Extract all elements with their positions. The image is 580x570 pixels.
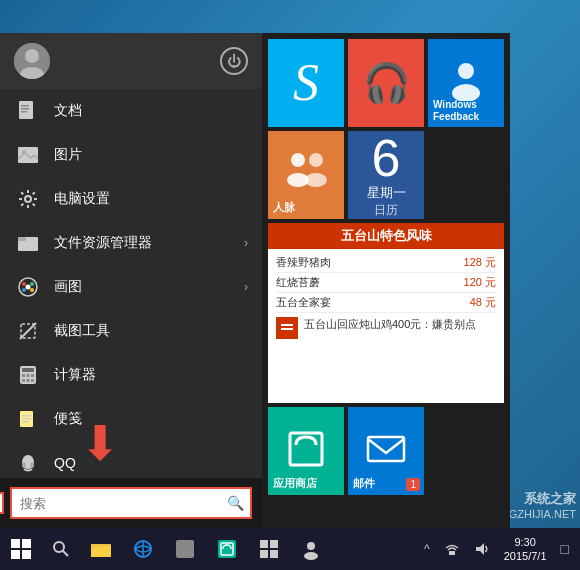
tray-chevron[interactable]: ^ bbox=[419, 540, 435, 558]
menu-items-list: 文档 图片 bbox=[0, 89, 262, 478]
snip-label: 截图工具 bbox=[54, 322, 110, 340]
search-area: ⬇ + 🔍 bbox=[0, 478, 262, 528]
news-row-0: 香辣野猪肉 128 元 bbox=[276, 253, 496, 273]
mail-badge: 1 bbox=[406, 478, 420, 491]
tile-feedback[interactable]: Windows Feedback bbox=[428, 39, 504, 127]
taskbar: ^ 9:30 2015 bbox=[0, 528, 580, 570]
store-icon bbox=[282, 425, 330, 477]
svg-rect-49 bbox=[22, 550, 31, 559]
clock-date: 2015/7/1 bbox=[504, 549, 547, 563]
add-search-icon: + bbox=[0, 492, 4, 514]
qq-icon bbox=[14, 449, 42, 477]
svg-point-16 bbox=[30, 288, 34, 292]
svg-rect-27 bbox=[31, 379, 34, 382]
svg-rect-25 bbox=[22, 379, 25, 382]
tiles-grid: S 🎧 Windows Feedback bbox=[268, 39, 504, 495]
tray-network[interactable] bbox=[439, 539, 465, 559]
calc-icon bbox=[14, 361, 42, 389]
sidebar-item-calc[interactable]: 计算器 bbox=[0, 353, 262, 397]
news-header: 五台山特色风味 bbox=[268, 223, 504, 249]
tray-volume[interactable] bbox=[469, 539, 495, 559]
tile-news[interactable]: 五台山特色风味 香辣野猪肉 128 元 红烧苔蘑 120 元 五台全家宴 48 bbox=[268, 223, 504, 403]
search-box-wrapper: + 🔍 bbox=[10, 487, 252, 519]
taskbar-person-icon bbox=[300, 538, 322, 560]
svg-point-39 bbox=[309, 153, 323, 167]
clock-time: 9:30 bbox=[504, 535, 547, 549]
explorer-arrow: › bbox=[244, 236, 248, 250]
news-item-0-name: 香辣野猪肉 bbox=[276, 255, 331, 270]
tile-music[interactable]: 🎧 bbox=[348, 39, 424, 127]
taskbar-item-unknown[interactable] bbox=[164, 528, 206, 570]
taskbar-item-grid[interactable] bbox=[248, 528, 290, 570]
taskbar-item-store[interactable] bbox=[206, 528, 248, 570]
taskbar-item-person[interactable] bbox=[290, 528, 332, 570]
sidebar-item-snip[interactable]: 截图工具 bbox=[0, 309, 262, 353]
start-menu-left: ⏻ 文档 bbox=[0, 33, 262, 528]
svg-point-15 bbox=[22, 288, 26, 292]
tile-rili[interactable]: 6 星期一 日历 bbox=[348, 131, 424, 219]
news-row-2: 五台全家宴 48 元 bbox=[276, 293, 496, 313]
down-arrow-indicator: ⬇ bbox=[80, 420, 120, 468]
taskbar-item-explorer[interactable] bbox=[80, 528, 122, 570]
tray-clock[interactable]: 9:30 2015/7/1 bbox=[499, 533, 552, 566]
svg-rect-54 bbox=[91, 544, 98, 548]
svg-rect-66 bbox=[449, 551, 455, 555]
svg-point-13 bbox=[22, 282, 26, 286]
explorer-icon bbox=[14, 229, 42, 257]
system-tray: ^ 9:30 2015 bbox=[419, 533, 580, 566]
tray-icons: ^ 9:30 2015 bbox=[419, 533, 574, 566]
search-input[interactable] bbox=[12, 489, 220, 517]
documents-icon bbox=[14, 97, 42, 125]
paint-label: 画图 bbox=[54, 278, 82, 296]
news-headline-text: 五台山回应炖山鸡400元：嫌贵别点 bbox=[304, 317, 476, 332]
svg-rect-57 bbox=[176, 540, 194, 558]
sidebar-item-settings[interactable]: 电脑设置 bbox=[0, 177, 262, 221]
svg-marker-67 bbox=[476, 543, 484, 555]
sidebar-item-qq[interactable]: QQ bbox=[0, 441, 262, 478]
sidebar-item-notepad[interactable]: 便笺 bbox=[0, 397, 262, 441]
documents-label: 文档 bbox=[54, 102, 82, 120]
start-menu: ⏻ 文档 bbox=[0, 33, 510, 528]
explorer-label: 文件资源管理器 bbox=[54, 234, 152, 252]
tile-mail[interactable]: 邮件 1 bbox=[348, 407, 424, 495]
sidebar-item-pictures[interactable]: 图片 bbox=[0, 133, 262, 177]
tile-store[interactable]: 应用商店 bbox=[268, 407, 344, 495]
svg-line-19 bbox=[20, 323, 36, 339]
svg-point-9 bbox=[25, 196, 31, 202]
tray-time: 9:30 2015/7/1 bbox=[504, 535, 547, 564]
svg-rect-42 bbox=[281, 324, 293, 326]
pictures-label: 图片 bbox=[54, 146, 82, 164]
svg-point-50 bbox=[54, 542, 64, 552]
snip-icon bbox=[14, 317, 42, 345]
renmai-label: 人脉 bbox=[273, 200, 295, 215]
sidebar-item-paint[interactable]: 画图 › bbox=[0, 265, 262, 309]
tray-notification[interactable]: □ bbox=[556, 539, 574, 559]
settings-label: 电脑设置 bbox=[54, 190, 110, 208]
skype-icon: S bbox=[293, 57, 319, 109]
svg-rect-43 bbox=[281, 328, 293, 330]
taskbar-item-ie[interactable] bbox=[122, 528, 164, 570]
power-button[interactable]: ⏻ bbox=[220, 47, 248, 75]
desktop: ⏻ 文档 bbox=[0, 0, 580, 570]
news-content: 香辣野猪肉 128 元 红烧苔蘑 120 元 五台全家宴 48 元 bbox=[268, 249, 504, 403]
sidebar-item-explorer[interactable]: 文件资源管理器 › bbox=[0, 221, 262, 265]
settings-icon bbox=[14, 185, 42, 213]
windows-logo-icon bbox=[11, 539, 31, 559]
mail-icon bbox=[364, 427, 408, 475]
tile-skype[interactable]: S bbox=[268, 39, 344, 127]
user-avatar[interactable] bbox=[14, 43, 50, 79]
svg-rect-24 bbox=[31, 374, 34, 377]
taskbar-search-icon bbox=[52, 540, 70, 558]
rili-day: 6 bbox=[372, 132, 401, 184]
tile-renmai[interactable]: 人脉 bbox=[268, 131, 344, 219]
news-headline-row: 五台山回应炖山鸡400元：嫌贵别点 bbox=[276, 313, 496, 343]
taskbar-store-icon bbox=[216, 538, 238, 560]
news-headline-icon bbox=[276, 317, 298, 339]
svg-rect-26 bbox=[27, 379, 30, 382]
start-button[interactable] bbox=[0, 528, 42, 570]
store-label: 应用商店 bbox=[273, 476, 317, 491]
search-button[interactable]: 🔍 bbox=[220, 489, 250, 517]
sidebar-item-documents[interactable]: 文档 bbox=[0, 89, 262, 133]
taskbar-search[interactable] bbox=[42, 530, 80, 568]
notepad-icon bbox=[14, 405, 42, 433]
